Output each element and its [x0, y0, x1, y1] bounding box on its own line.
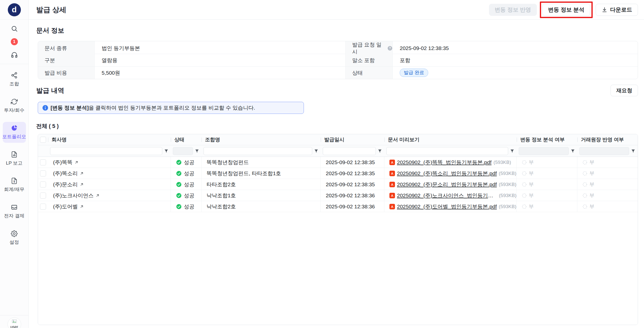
success-check-icon — [176, 193, 182, 199]
filter-input-fund[interactable] — [204, 147, 312, 155]
company-link[interactable]: (주)똑똑 — [53, 159, 79, 166]
request-date-value: 2025-09-02 12:38:35 — [393, 41, 638, 55]
filter-input-company[interactable] — [50, 147, 162, 155]
issue-date: 2025-09-02 12:38:36 — [326, 204, 375, 210]
select-all-checkbox[interactable] — [40, 137, 46, 143]
svg-text:A: A — [391, 205, 393, 209]
help-icon[interactable]: ? — [387, 46, 392, 51]
rerequest-button[interactable]: 재요청 — [611, 85, 638, 96]
doc-info-title: 문서 정보 — [36, 26, 638, 35]
analysis-pending: 부 — [522, 181, 534, 188]
filter-funnel-icon[interactable] — [164, 149, 168, 153]
dashed-circle-icon — [582, 193, 587, 198]
grid-filter-row — [38, 145, 638, 157]
avatar-alt-text: user — [10, 325, 18, 328]
status-text: 성공 — [184, 159, 194, 166]
company-link[interactable]: (주)도어벨 — [53, 203, 84, 210]
reflect-changes-button[interactable]: 변동 정보 반영 — [489, 4, 537, 16]
col-header-ledger[interactable]: 거래원장 반영 여부 — [577, 134, 638, 145]
analyze-changes-button[interactable]: 변동 정보 분석 — [542, 4, 590, 16]
filter-input-analysis[interactable] — [519, 147, 569, 155]
row-checkbox[interactable] — [40, 204, 46, 210]
status-value: 발급 완료 — [393, 67, 638, 79]
sidebar-item-invest[interactable]: 투자/회수 — [3, 96, 26, 116]
fund-name: 타타조합2호 — [207, 181, 236, 188]
fund-name: 낙낙조합2호 — [207, 203, 236, 210]
doc-type-value: 법인 등기부등본 — [95, 41, 346, 55]
table-row: (주)노크사이언스 성공 낙낙조합1호 2025-09-02 12:38:36 … — [38, 190, 638, 201]
finance-file-icon: $ — [11, 177, 18, 184]
table-row: (주)똑소리 성공 똑똑청년창업펀드, 타타조합1호 2025-09-02 12… — [38, 168, 638, 179]
ledger-value: 부 — [589, 170, 594, 177]
company-link[interactable]: (주)노크사이언스 — [53, 192, 100, 199]
row-checkbox[interactable] — [40, 170, 46, 176]
sidebar-item-accounting[interactable]: $ 회계/재무 — [3, 175, 26, 196]
download-button[interactable]: 다운로드 — [596, 4, 638, 16]
filter-funnel-icon[interactable] — [314, 149, 318, 153]
svg-text:A: A — [391, 172, 393, 175]
row-checkbox[interactable] — [40, 181, 46, 188]
col-header-company[interactable]: 회사명 — [48, 134, 171, 145]
filter-input-ledger[interactable] — [579, 147, 629, 155]
sidebar: d 1 조합 — [0, 0, 29, 328]
sidebar-item-label: LP 보고 — [6, 160, 22, 166]
headset-icon[interactable] — [11, 51, 18, 58]
search-icon[interactable] — [11, 25, 18, 32]
file-size: (593KB) — [499, 204, 516, 209]
analysis-value: 부 — [529, 181, 534, 188]
pdf-file-link[interactable]: 20250902_(주)똑소리_법인등기부등본.pdf — [397, 170, 497, 177]
app-logo[interactable]: d — [8, 3, 21, 16]
filter-input-date[interactable] — [323, 147, 376, 155]
row-checkbox[interactable] — [40, 159, 46, 165]
sidebar-item-johap[interactable]: 조합 — [3, 69, 26, 90]
pdf-file-link[interactable]: 20250902_(주)도어벨_법인등기부등본.pdf — [397, 203, 497, 210]
request-date-label: 발급 요청 일시 ? — [346, 41, 393, 55]
row-checkbox[interactable] — [40, 193, 46, 199]
filter-funnel-icon[interactable] — [631, 149, 635, 153]
success-check-icon — [176, 170, 182, 176]
filter-funnel-icon[interactable] — [510, 149, 514, 153]
issue-date: 2025-09-02 12:38:35 — [326, 170, 375, 176]
info-banner-text: [변동 정보 분석]을 클릭하여 법인 등기부등본과 포트폴리오 정보를 비교할… — [51, 104, 255, 111]
svg-text:A: A — [391, 194, 393, 198]
col-header-preview[interactable]: 문서 미리보기 — [384, 134, 517, 145]
svg-text:$: $ — [14, 180, 15, 183]
company-link[interactable]: (주)문소리 — [53, 181, 84, 188]
user-avatar[interactable]: user — [8, 317, 21, 328]
filter-funnel-icon[interactable] — [378, 149, 382, 153]
sidebar-item-epayment[interactable]: 전자 결제 — [3, 201, 26, 222]
issuance-grid: 회사명 상태 조합명 발급일시 문서 미리보기 변동 정보 분석 여부 거래원장… — [38, 134, 638, 325]
filter-input-status[interactable] — [173, 147, 193, 155]
analysis-pending: 부 — [522, 159, 534, 166]
col-header-fund[interactable]: 조합명 — [202, 134, 321, 145]
doc-info-row: 문서 종류 법인 등기부등본 발급 요청 일시 ? 2025-09-02 12:… — [38, 41, 638, 54]
issue-date: 2025-09-02 12:38:35 — [326, 159, 375, 165]
pie-chart-icon — [11, 125, 18, 131]
app-root: d 1 조합 — [0, 0, 644, 328]
category-label: 구분 — [38, 54, 95, 66]
dashed-circle-icon — [522, 204, 527, 209]
expunged-value: 포함 — [393, 54, 638, 66]
sidebar-item-portfolio[interactable]: 포트폴리오 — [3, 122, 26, 143]
pdf-file-link[interactable]: 20250902_(주)똑똑_법인등기부등본.pdf — [397, 159, 492, 166]
sidebar-item-label: 조합 — [10, 81, 19, 87]
pdf-file-link[interactable]: 20250902_(주)노크사이언스_법인등기부등본.pdf — [397, 192, 497, 199]
pdf-icon: A — [389, 182, 395, 187]
topbar: 발급 상세 변동 정보 반영 변동 정보 분석 다운로드 — [29, 0, 644, 20]
filter-funnel-icon[interactable] — [195, 149, 199, 153]
company-link[interactable]: (주)똑소리 — [53, 170, 84, 177]
col-header-status[interactable]: 상태 — [171, 134, 202, 145]
filter-funnel-icon[interactable] — [571, 149, 575, 153]
grid-header-row: 회사명 상태 조합명 발급일시 문서 미리보기 변동 정보 분석 여부 거래원장… — [38, 134, 638, 145]
dashed-circle-icon — [582, 171, 587, 176]
total-count: 전체 ( 5 ) — [36, 122, 638, 130]
status-label: 상태 — [346, 67, 393, 79]
expunged-label: 말소 포함 — [346, 54, 393, 66]
analysis-value: 부 — [529, 170, 534, 177]
col-header-date[interactable]: 발급일시 — [321, 134, 384, 145]
filter-input-preview[interactable] — [386, 147, 508, 155]
pdf-file-link[interactable]: 20250902_(주)문소리_법인등기부등본.pdf — [397, 181, 497, 188]
sidebar-item-lp-report[interactable]: LP 보고 — [3, 148, 26, 169]
col-header-analysis[interactable]: 변동 정보 분석 여부 — [517, 134, 577, 145]
sidebar-item-settings[interactable]: 설정 — [3, 227, 26, 248]
